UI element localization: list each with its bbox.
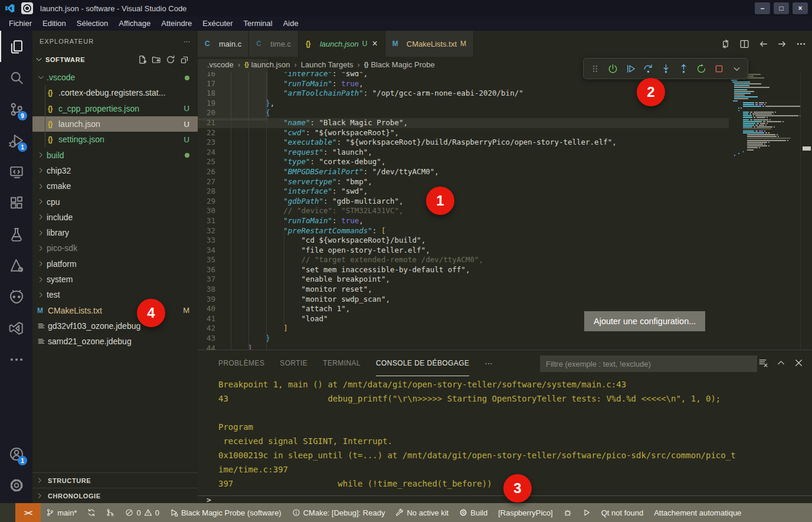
debug-restart-button[interactable] bbox=[693, 61, 709, 76]
code-line-36[interactable]: 36 "set mem inaccessible-by-default off"… bbox=[198, 265, 729, 275]
tree-item-cpu[interactable]: cpu bbox=[32, 194, 198, 209]
tab-cmakelists-txt[interactable]: MCMakeLists.txtM bbox=[385, 31, 474, 57]
tree-item-cmake[interactable]: cmake bbox=[32, 178, 198, 194]
status-auto-attach[interactable]: Attachement automatique bbox=[649, 503, 746, 522]
tree-item-pico-sdk[interactable]: pico-sdk bbox=[32, 240, 198, 256]
activity-remote-explorer[interactable] bbox=[0, 156, 32, 187]
editor-scrollbar[interactable] bbox=[800, 72, 812, 350]
tree-item-vscode[interactable]: .vscode bbox=[32, 70, 198, 85]
dots-icon[interactable] bbox=[796, 39, 806, 49]
status-git-branch[interactable]: main* bbox=[41, 503, 82, 522]
activity-search[interactable] bbox=[0, 62, 32, 93]
activity-testing[interactable] bbox=[0, 218, 32, 250]
activity-accounts[interactable]: 1 bbox=[0, 438, 32, 469]
tab-time-c[interactable]: Ctime.c bbox=[249, 31, 299, 57]
swap-icon[interactable] bbox=[721, 39, 731, 49]
panel-more-icon[interactable]: ⋯ bbox=[484, 359, 492, 368]
panel-tab-output[interactable]: SORTIE bbox=[280, 350, 307, 376]
activity-settings[interactable] bbox=[0, 469, 32, 501]
explorer-more-actions-icon[interactable]: ⋯ bbox=[184, 38, 191, 45]
code-line-25[interactable]: 25 "type": "cortex-debug", bbox=[198, 157, 729, 167]
code-line-27[interactable]: 27 "servertype": "bmp", bbox=[198, 177, 729, 187]
tree-item-c-cpp-properties-json[interactable]: {}c_cpp_properties.jsonU bbox=[32, 101, 198, 116]
menu-edition[interactable]: Edition bbox=[37, 17, 71, 31]
add-configuration-button[interactable]: Ajouter une configuration... bbox=[584, 311, 705, 331]
tree-item-samd21-ozone-jdebug[interactable]: samd21_ozone.jdebug bbox=[32, 334, 198, 349]
status-remote[interactable]: >< bbox=[15, 503, 41, 522]
activity-source-control[interactable]: 9 bbox=[0, 93, 32, 125]
tree-item-platform[interactable]: platform bbox=[32, 256, 198, 272]
status-scm-graph[interactable] bbox=[101, 503, 120, 522]
code-line-32[interactable]: 32 "preRestartCommands": [ bbox=[198, 226, 729, 236]
scrollbar-thumb[interactable] bbox=[803, 146, 811, 151]
debug-console-prompt[interactable]: > bbox=[198, 495, 812, 504]
code-line-35[interactable]: 35 // "target extended-remote /dev/ttyAC… bbox=[198, 255, 729, 265]
close-icon[interactable]: × bbox=[372, 38, 377, 49]
menu-terminal[interactable]: Terminal bbox=[238, 17, 278, 31]
code-line-33[interactable]: 33 "cd ${workspaceRoot}/build", bbox=[198, 236, 729, 246]
menu-affichage[interactable]: Affichage bbox=[113, 17, 156, 31]
chev-up-icon[interactable] bbox=[776, 358, 786, 368]
tree-item-system[interactable]: system bbox=[32, 272, 198, 287]
collapse-icon[interactable] bbox=[180, 55, 189, 64]
debug-drag-handle-button[interactable] bbox=[587, 61, 603, 76]
code-line-22[interactable]: 22 "cwd": "${workspaceRoot}", bbox=[198, 128, 729, 138]
activity-more-views[interactable] bbox=[0, 344, 32, 375]
activity-visual-studio[interactable] bbox=[0, 312, 32, 344]
tree-item-cortex-debug-registers-stat[interactable]: {}.cortex-debug.registers.stat... bbox=[32, 85, 198, 100]
status-problems[interactable]: 00 bbox=[120, 503, 164, 522]
code-line-24[interactable]: 24 "request": "launch", bbox=[198, 148, 729, 158]
maximize-button[interactable]: □ bbox=[774, 2, 789, 14]
tree-item-launch-json[interactable]: {}launch.jsonU bbox=[32, 116, 198, 132]
menu-aide[interactable]: Aide bbox=[278, 17, 304, 31]
code-line-38[interactable]: 38 "monitor reset", bbox=[198, 285, 729, 295]
debug-stop-button[interactable] bbox=[711, 61, 726, 76]
tree-item-build[interactable]: build bbox=[32, 147, 198, 162]
activity-cmake[interactable] bbox=[0, 250, 32, 281]
menu-selection[interactable]: Sélection bbox=[71, 17, 113, 31]
tree-item-include[interactable]: include bbox=[32, 210, 198, 225]
new-file-icon[interactable] bbox=[137, 55, 147, 64]
breadcrumb-item-launch-targets[interactable]: Launch Targets bbox=[301, 60, 353, 69]
activity-run-and-debug[interactable]: 1 bbox=[0, 125, 32, 156]
menu-fichier[interactable]: Fichier bbox=[4, 17, 37, 31]
code-line-29[interactable]: 29 "gdbPath": "gdb-multiarch", bbox=[198, 197, 729, 207]
menu-atteindre[interactable]: Atteindre bbox=[156, 17, 197, 31]
tab-main-c[interactable]: Cmain.c bbox=[198, 31, 249, 57]
minimap[interactable] bbox=[730, 74, 800, 350]
status-git-sync[interactable] bbox=[82, 503, 101, 522]
status-qt-status[interactable]: Qt not found bbox=[596, 503, 649, 522]
status-cmake-kit[interactable]: No active kit bbox=[390, 503, 454, 522]
activity-extensions[interactable] bbox=[0, 187, 32, 218]
debug-step-out-button[interactable] bbox=[676, 61, 691, 76]
code-line-26[interactable]: 26 "BMPGDBSerialPort": "/dev/ttyACM0", bbox=[198, 167, 729, 177]
new-folder-icon[interactable] bbox=[152, 55, 161, 64]
status-debug-config[interactable]: Black Magic Probe (software) bbox=[165, 503, 287, 522]
back-icon[interactable] bbox=[758, 39, 768, 49]
breadcrumb-item-black-magic-probe[interactable]: {}Black Magic Probe bbox=[364, 60, 435, 69]
close-button[interactable]: × bbox=[793, 2, 808, 14]
code-editor[interactable]: 16 "interface": "swd",17 "runToMain": tr… bbox=[198, 72, 729, 350]
debug-launch-button[interactable] bbox=[605, 61, 620, 76]
debug-console-filter-input[interactable] bbox=[540, 355, 757, 372]
tab-launch-json[interactable]: {}launch.jsonU× bbox=[299, 31, 385, 57]
debug-step-over-button[interactable] bbox=[640, 61, 656, 76]
code-line-39[interactable]: 39 "monitor swdp_scan", bbox=[198, 295, 729, 305]
close-x-icon[interactable] bbox=[794, 358, 804, 368]
code-line-37[interactable]: 37 "enable breakpoint", bbox=[198, 275, 729, 285]
activity-explorer[interactable] bbox=[0, 31, 32, 62]
code-line-31[interactable]: 31 "runToMain": true, bbox=[198, 216, 729, 226]
panel-tab-terminal[interactable]: TERMINAL bbox=[323, 350, 361, 376]
code-line-44[interactable]: 44 ] bbox=[198, 344, 729, 350]
tree-item-cmakelists-txt[interactable]: MCMakeLists.txtM bbox=[32, 302, 198, 318]
status-cmake-build[interactable]: Build bbox=[454, 503, 493, 522]
sidebar-section-chronologie[interactable]: CHRONOLOGIE bbox=[32, 488, 198, 503]
sidebar-section-structure[interactable]: STRUCTURE bbox=[32, 472, 198, 488]
code-line-23[interactable]: 23 "executable": "${workspaceRoot}/build… bbox=[198, 138, 729, 148]
status-cmake-status[interactable]: CMake: [Debug]: Ready bbox=[287, 503, 391, 522]
code-line-21[interactable]: 21 "name": "Black Magic Probe", bbox=[198, 118, 729, 128]
menu-executer[interactable]: Exécuter bbox=[197, 17, 238, 31]
tree-item-library[interactable]: library bbox=[32, 225, 198, 240]
activity-platformio[interactable] bbox=[0, 281, 32, 312]
status-build-target[interactable]: [RaspberryPico] bbox=[493, 503, 558, 522]
